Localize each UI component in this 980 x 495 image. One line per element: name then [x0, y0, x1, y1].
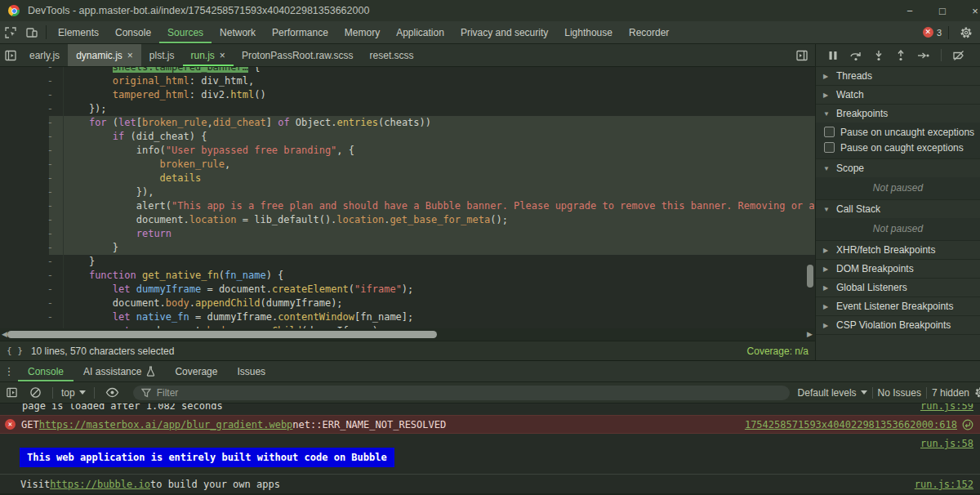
minimize-button[interactable]: −: [893, 5, 926, 17]
tab-application[interactable]: Application: [388, 21, 452, 43]
section-header-threads[interactable]: ▶Threads: [816, 67, 980, 85]
step-icon[interactable]: [917, 50, 930, 61]
line-number-gutter[interactable]: -: [0, 227, 64, 241]
line-number-gutter[interactable]: -: [0, 67, 64, 74]
code-line[interactable]: - for (let[broken_rule,did_cheat] of Obj…: [0, 116, 815, 130]
jump-to-icon[interactable]: [962, 419, 973, 430]
line-number-gutter[interactable]: -: [0, 74, 64, 88]
step-over-icon[interactable]: [849, 50, 862, 61]
close-icon[interactable]: ×: [127, 50, 133, 61]
code-line[interactable]: - let native_fn = dummyIframe.contentWin…: [0, 310, 815, 324]
line-number-gutter[interactable]: -: [0, 130, 64, 144]
inspect-element-icon[interactable]: [0, 21, 21, 43]
code-line[interactable]: - info("User bypassed free branding", {: [0, 144, 815, 158]
code-line[interactable]: - document.body.appendChild(dummyIframe)…: [0, 297, 815, 310]
close-button[interactable]: ×: [959, 5, 980, 17]
code-editor[interactable]: - sheets.tampered_banner… {- original_ht…: [0, 67, 815, 328]
device-toolbar-icon[interactable]: [21, 21, 42, 43]
line-number-gutter[interactable]: -: [0, 297, 64, 310]
line-number-gutter[interactable]: -: [0, 185, 64, 199]
line-number-gutter[interactable]: -: [0, 199, 64, 213]
code-line[interactable]: - function get_native_fn(fn_name) {: [0, 269, 815, 283]
section-header-breakpoints[interactable]: ▼Breakpoints: [816, 105, 980, 123]
navigator-toggle-icon[interactable]: [0, 44, 21, 66]
maximize-button[interactable]: □: [926, 5, 959, 17]
drawer-tab-console[interactable]: Console: [18, 361, 74, 381]
tab-elements[interactable]: Elements: [50, 21, 107, 43]
close-icon[interactable]: ×: [220, 50, 225, 61]
tab-privacy-and-security[interactable]: Privacy and security: [452, 21, 556, 43]
code-line[interactable]: - sheets.tampered_banner… {: [0, 67, 815, 74]
console-settings-gear-icon[interactable]: [974, 386, 980, 399]
code-line[interactable]: - let dummyIframe = document.createEleme…: [0, 283, 815, 297]
line-number-gutter[interactable]: -: [0, 269, 64, 283]
checkbox[interactable]: [824, 142, 835, 153]
scroll-left-icon[interactable]: ◀: [2, 329, 7, 340]
code-line[interactable]: - alert("This app is a free plan and sho…: [0, 199, 815, 213]
pause-script-icon[interactable]: [827, 50, 839, 61]
code-line[interactable]: - });: [0, 102, 815, 116]
step-into-icon[interactable]: [873, 50, 884, 61]
line-number-gutter[interactable]: -: [0, 283, 64, 297]
log-levels-dropdown[interactable]: Default levels: [798, 387, 867, 399]
drawer-tab-coverage[interactable]: Coverage: [165, 361, 227, 381]
file-tab-protonpassroot-raw-scss[interactable]: ProtonPassRoot.raw.scss: [234, 44, 362, 66]
line-number-gutter[interactable]: -: [0, 102, 64, 116]
drawer-menu-icon[interactable]: ⋮: [0, 361, 18, 381]
pretty-print-icon[interactable]: { }: [7, 346, 23, 356]
tab-recorder[interactable]: Recorder: [621, 21, 677, 43]
section-header-call-stack[interactable]: ▼Call Stack: [816, 200, 980, 218]
checkbox-row-pause-on-uncaught-exceptions[interactable]: Pause on uncaught exceptions: [816, 124, 980, 140]
checkbox-row-pause-on-caught-exceptions[interactable]: Pause on caught exceptions: [816, 140, 980, 155]
context-selector[interactable]: top: [61, 387, 86, 399]
section-header-csp-violation-breakpoints[interactable]: ▶CSP Violation Breakpoints: [816, 316, 980, 334]
clear-console-icon[interactable]: [29, 386, 42, 399]
tab-lighthouse[interactable]: Lighthouse: [556, 21, 621, 43]
tab-memory[interactable]: Memory: [336, 21, 388, 43]
live-expression-eye-icon[interactable]: [105, 386, 119, 399]
scroll-right-icon[interactable]: ▶: [807, 329, 813, 340]
source-link[interactable]: run.js:59: [920, 404, 973, 412]
file-tab-plst-js[interactable]: plst.js: [141, 44, 183, 66]
tab-console[interactable]: Console: [107, 21, 159, 43]
coverage-status[interactable]: Coverage: n/a: [747, 346, 808, 357]
hidden-messages-count[interactable]: 7 hidden: [932, 387, 969, 399]
line-number-gutter[interactable]: -: [0, 310, 64, 324]
line-number-gutter[interactable]: -: [0, 158, 64, 172]
debugger-panel-toggle-icon[interactable]: [795, 49, 808, 62]
bubble-link[interactable]: https://bubble.io: [50, 479, 150, 490]
section-header-dom-breakpoints[interactable]: ▶DOM Breakpoints: [816, 260, 980, 278]
line-number-gutter[interactable]: -: [0, 255, 64, 269]
line-number-gutter[interactable]: -: [0, 88, 64, 102]
request-url-link[interactable]: https://masterbox.ai/app/blur_gradient.w…: [39, 419, 293, 430]
settings-gear-icon[interactable]: [956, 26, 977, 39]
code-line[interactable]: - document.location = lib_default().loca…: [0, 213, 815, 227]
file-tab-dynamic-js[interactable]: dynamic.js×: [68, 44, 141, 66]
line-number-gutter[interactable]: -: [0, 172, 64, 185]
section-header-watch[interactable]: ▶Watch: [816, 86, 980, 104]
code-line[interactable]: - return: [0, 227, 815, 241]
line-number-gutter[interactable]: -: [0, 241, 64, 255]
scrollbar-thumb[interactable]: [7, 331, 437, 338]
code-line[interactable]: - tampered_html: div2.html(): [0, 88, 815, 102]
code-line[interactable]: - details: [0, 172, 815, 185]
error-count-badge[interactable]: ✕ 3: [923, 27, 942, 38]
step-out-icon[interactable]: [895, 50, 906, 61]
tab-sources[interactable]: Sources: [159, 21, 212, 43]
vertical-scrollbar[interactable]: [807, 265, 813, 288]
horizontal-scrollbar[interactable]: ◀ ▶: [0, 328, 815, 341]
code-line[interactable]: - }: [0, 241, 815, 255]
line-number-gutter[interactable]: -: [0, 213, 64, 227]
deactivate-breakpoints-icon[interactable]: [952, 50, 965, 61]
console-filter-input[interactable]: Filter: [133, 386, 790, 400]
line-number-gutter[interactable]: -: [0, 144, 64, 158]
code-line[interactable]: - }: [0, 255, 815, 269]
section-header-event-listener-breakpoints[interactable]: ▶Event Listener Breakpoints: [816, 297, 980, 315]
console-sidebar-toggle-icon[interactable]: [6, 386, 18, 399]
file-tab-reset-scss[interactable]: reset.scss: [362, 44, 422, 66]
line-number-gutter[interactable]: -: [0, 116, 64, 130]
section-header-xhr-fetch-breakpoints[interactable]: ▶XHR/fetch Breakpoints: [816, 241, 980, 259]
section-header-scope[interactable]: ▼Scope: [816, 159, 980, 177]
code-line[interactable]: - broken_rule,: [0, 158, 815, 172]
code-line[interactable]: - }),: [0, 185, 815, 199]
